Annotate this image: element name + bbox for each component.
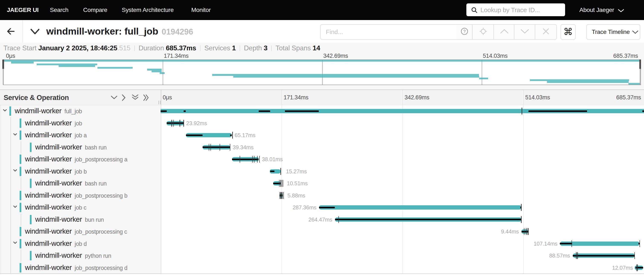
svg-text:?: ? (463, 29, 466, 34)
